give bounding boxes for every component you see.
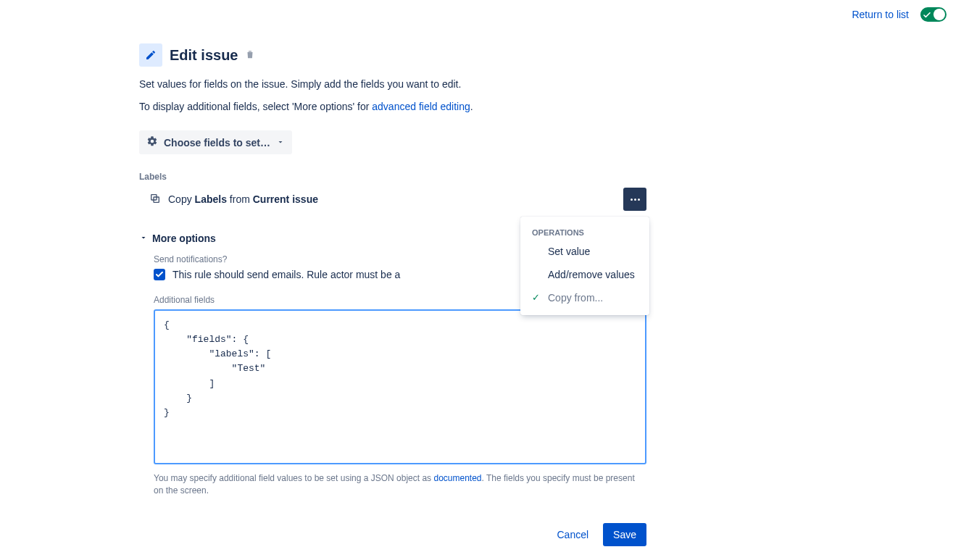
- send-notifications-checkbox[interactable]: [154, 269, 165, 280]
- chevron-down-icon: [139, 233, 148, 244]
- copy-field: Labels: [195, 193, 227, 205]
- gear-icon: [146, 135, 158, 149]
- operations-dropdown: OPERATIONS Set value Add/remove values C…: [520, 217, 649, 315]
- check-icon: [923, 9, 931, 20]
- documented-link[interactable]: documented: [433, 473, 481, 483]
- dropdown-item-add-remove[interactable]: Add/remove values: [520, 263, 649, 286]
- helper-prefix: You may specify additional field values …: [154, 473, 433, 483]
- additional-fields-textarea[interactable]: [154, 309, 646, 464]
- dropdown-heading: OPERATIONS: [520, 222, 649, 240]
- top-bar: Return to list: [0, 0, 961, 22]
- labels-copy-row: Copy Labels from Current issue OPERATION…: [139, 188, 646, 211]
- notifications-checkbox-text: This rule should send emails. Rule actor…: [172, 269, 400, 280]
- copy-text: Copy Labels from Current issue: [168, 193, 318, 205]
- page-title: Edit issue: [170, 47, 238, 64]
- advanced-field-editing-link[interactable]: advanced field editing: [372, 101, 470, 112]
- more-options-label: More options: [152, 233, 216, 244]
- save-button[interactable]: Save: [603, 523, 646, 546]
- description-suffix: .: [470, 101, 473, 112]
- copy-prefix: Copy: [168, 193, 195, 205]
- trash-icon[interactable]: [245, 49, 255, 62]
- description-prefix: To display additional fields, select 'Mo…: [139, 101, 372, 112]
- additional-fields-helper: You may specify additional field values …: [154, 472, 646, 497]
- dropdown-item-set-value[interactable]: Set value: [520, 240, 649, 263]
- choose-fields-button[interactable]: Choose fields to set…: [139, 130, 292, 154]
- dropdown-item-copy-from[interactable]: Copy from...: [520, 286, 649, 309]
- cancel-button[interactable]: Cancel: [548, 523, 597, 546]
- enable-toggle[interactable]: [920, 7, 947, 22]
- chevron-down-icon: [276, 137, 285, 149]
- main-panel: Edit issue Set values for fields on the …: [139, 22, 646, 546]
- copy-icon: [149, 193, 161, 206]
- toggle-knob: [933, 9, 945, 20]
- more-actions-button[interactable]: [623, 188, 646, 211]
- description-line-2: To display additional fields, select 'Mo…: [139, 99, 646, 114]
- choose-fields-label: Choose fields to set…: [164, 137, 270, 149]
- copy-mid: from: [227, 193, 253, 205]
- labels-section-title: Labels: [139, 172, 646, 182]
- return-to-list-link[interactable]: Return to list: [852, 9, 909, 20]
- description-line-1: Set values for fields on the issue. Simp…: [139, 77, 646, 92]
- header: Edit issue: [139, 43, 646, 67]
- edit-issue-icon: [139, 43, 162, 67]
- copy-source: Current issue: [253, 193, 318, 205]
- footer: Cancel Save: [139, 523, 646, 546]
